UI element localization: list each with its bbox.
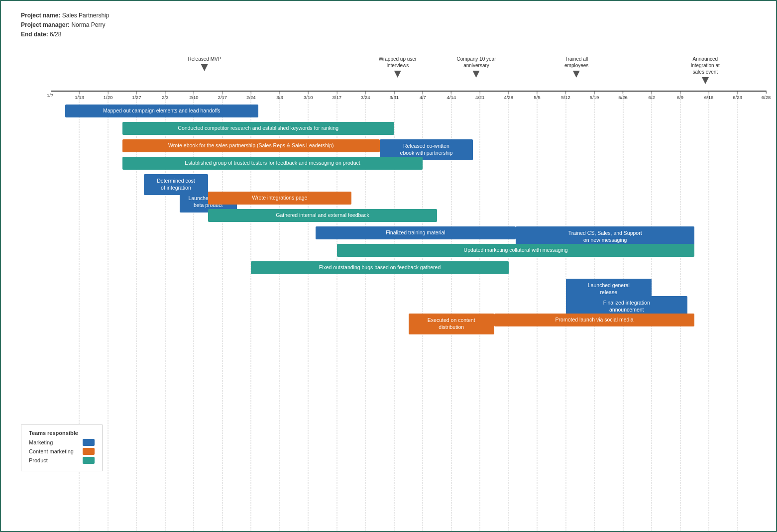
gantt-chart: 1/71/131/201/272/32/102/172/243/33/103/1… — [51, 51, 766, 501]
legend-label: Content marketing — [29, 448, 79, 454]
legend-item: Content marketing — [29, 448, 95, 455]
legend-item: Marketing — [29, 439, 95, 446]
legend-item: Product — [29, 457, 95, 464]
milestone-arrow — [394, 71, 401, 78]
milestone-arrow — [702, 77, 709, 84]
gantt-bar-bar9: Finalized training material — [316, 226, 516, 239]
milestone-arrow — [473, 71, 480, 78]
gantt-page: Project name: Sales Partnership Project … — [0, 0, 777, 532]
project-name-value: Sales Partnership — [62, 12, 110, 19]
grid-line — [537, 92, 538, 532]
grid-line — [737, 92, 738, 532]
gantt-bar-bar1: Mapped out campaign elements and lead ha… — [65, 105, 258, 117]
legend: Teams responsible MarketingContent marke… — [21, 425, 103, 471]
grid-line — [709, 92, 709, 532]
milestone-m4: Trained all employees — [564, 56, 588, 78]
end-date-value: 6/28 — [50, 31, 61, 38]
milestone-m3: Company 10 year anniversary — [457, 56, 496, 78]
gantt-bar-bar8: Gathered internal and external feedback — [208, 209, 437, 222]
project-manager-label: Project manager: — [21, 21, 70, 28]
milestone-m2: Wrapped up user interviews — [379, 56, 417, 78]
gantt-bar-bar10: Updated marketing collateral with messag… — [337, 244, 695, 257]
grid-line — [480, 92, 480, 532]
legend-label: Product — [29, 457, 79, 463]
legend-color — [83, 457, 95, 464]
milestone-arrow — [201, 64, 208, 71]
project-name-label: Project name: — [21, 12, 60, 19]
gantt-bar-bar3: Wrote ebook for the sales partnership (S… — [122, 139, 380, 152]
milestone-arrow — [573, 71, 580, 78]
gantt-bar-bar4: Established group of trusted testers for… — [122, 157, 423, 170]
legend-color — [83, 448, 95, 455]
gantt-bar-bar11: Fixed outstanding bugs based on feedback… — [251, 261, 508, 274]
project-manager-value: Norma Perry — [71, 21, 105, 28]
project-info: Project name: Sales Partnership Project … — [21, 11, 109, 40]
legend-color — [83, 439, 95, 446]
gantt-bar-bar14: Executed on content distribution — [409, 314, 494, 334]
date-tick: 6/28 — [762, 91, 771, 100]
grid-line — [508, 92, 509, 532]
gantt-bar-bar15: Promoted launch via social media — [494, 314, 694, 326]
milestone-m5: Announced integration at sales event — [691, 56, 720, 84]
legend-label: Marketing — [29, 439, 79, 445]
gantt-bar-bar7: Wrote integrations page — [208, 192, 351, 205]
first-date: 1/7 — [47, 93, 53, 98]
date-axis-line — [51, 91, 766, 92]
gantt-bar-bar2: Conducted competitor research and establ… — [122, 122, 394, 135]
grid-line — [108, 92, 108, 532]
milestone-m1: Released MVP — [188, 56, 222, 71]
end-date-label: End date: — [21, 31, 48, 38]
legend-title: Teams responsible — [29, 430, 95, 436]
